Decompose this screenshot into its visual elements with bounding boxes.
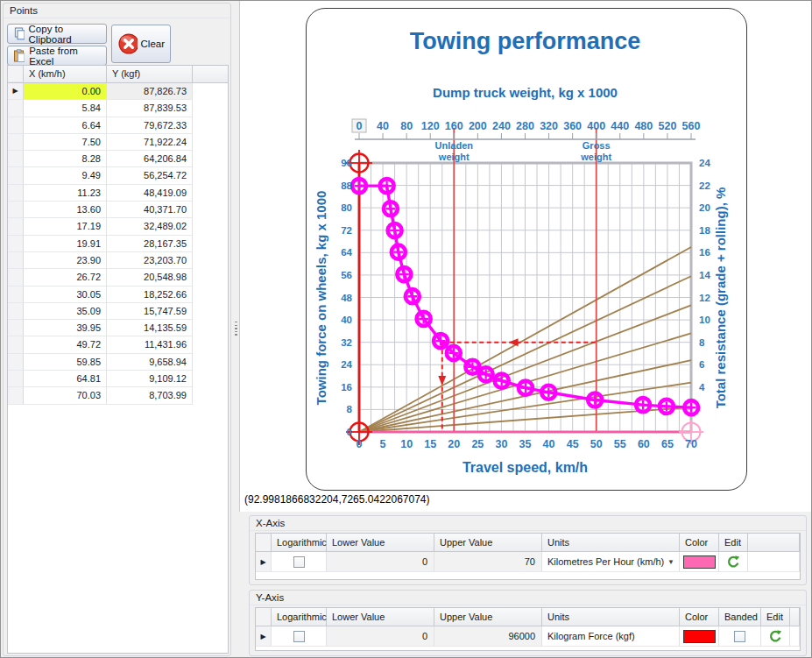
x-value-cell[interactable]: 5.84 [24, 100, 107, 117]
row-selector[interactable] [8, 269, 24, 286]
y-value-cell[interactable]: 87,839.53 [107, 100, 193, 117]
x-value-cell[interactable]: 19.91 [24, 236, 107, 252]
y-column-header[interactable]: Y (kgf) [107, 66, 193, 82]
clear-button[interactable]: Clear [111, 25, 171, 63]
y-logarithmic-checkbox[interactable] [293, 631, 305, 642]
x-value-cell[interactable]: 7.50 [24, 134, 107, 151]
x-value-cell[interactable]: 0.00 [24, 83, 107, 100]
y-value-cell[interactable]: 11,431.96 [107, 336, 193, 353]
table-row[interactable]: 70.038,703.99 [8, 387, 228, 404]
table-row[interactable]: 30.0518,252.66 [8, 287, 228, 303]
x-value-cell[interactable]: 39.95 [24, 320, 107, 336]
y-lower-value[interactable]: 0 [327, 626, 434, 647]
x-edit-button[interactable] [719, 552, 748, 572]
x-value-cell[interactable]: 30.05 [24, 287, 107, 303]
row-selector[interactable] [8, 252, 24, 269]
table-row[interactable]: 49.7211,431.96 [8, 336, 228, 353]
y-value-cell[interactable]: 71,922.24 [107, 134, 193, 151]
x-lower-header[interactable]: Lower Value [327, 534, 434, 551]
table-row[interactable]: 17.1932,489.02 [8, 218, 228, 235]
x-value-cell[interactable]: 64.81 [24, 371, 107, 387]
chart-image[interactable]: UnladenweightGrossweight0408012016020024… [306, 8, 747, 491]
x-units-dropdown[interactable]: Kilometres Per Hour (km/h) ▼ [542, 552, 680, 572]
y-value-cell[interactable]: 56,254.72 [107, 167, 193, 184]
x-upper-header[interactable]: Upper Value [434, 534, 542, 551]
y-value-cell[interactable]: 40,371.70 [107, 202, 193, 218]
row-selector[interactable] [8, 371, 24, 387]
row-selector[interactable] [8, 151, 24, 167]
row-selector[interactable] [8, 218, 24, 235]
table-row[interactable]: 13.6040,371.70 [8, 202, 228, 218]
y-banded-header[interactable]: Banded [719, 608, 761, 626]
y-value-cell[interactable]: 20,548.98 [107, 269, 193, 286]
table-row[interactable]: ▶0.0087,826.73 [8, 83, 228, 100]
table-row[interactable]: 23.9023,203.70 [8, 252, 228, 269]
x-value-cell[interactable]: 8.28 [24, 151, 107, 167]
row-selector[interactable] [8, 117, 24, 134]
row-selector[interactable] [8, 167, 24, 184]
table-row[interactable]: 39.9514,135.59 [8, 320, 228, 336]
table-row[interactable]: 59.859,658.94 [8, 354, 228, 371]
table-row[interactable]: 7.5071,922.24 [8, 134, 228, 151]
y-axis-color-swatch[interactable] [683, 630, 716, 643]
table-row[interactable]: 19.9128,167.35 [8, 236, 228, 252]
row-selector[interactable] [8, 287, 24, 303]
x-value-cell[interactable]: 35.09 [24, 303, 107, 320]
x-axis-color-swatch[interactable] [683, 555, 716, 569]
chart-canvas[interactable]: UnladenweightGrossweight0408012016020024… [307, 9, 745, 489]
table-row[interactable]: 6.6479,672.33 [8, 117, 228, 134]
y-value-cell[interactable]: 8,703.99 [107, 387, 193, 404]
x-edit-header[interactable]: Edit [719, 534, 748, 551]
table-row[interactable]: 8.2864,206.84 [8, 151, 228, 167]
y-upper-value[interactable]: 96000 [434, 626, 542, 647]
row-selector[interactable] [8, 134, 24, 151]
x-value-cell[interactable]: 11.23 [24, 185, 107, 202]
copy-to-clipboard-button[interactable]: Copy to Clipboard [7, 24, 107, 44]
row-selector[interactable] [8, 100, 24, 117]
panel-splitter[interactable] [232, 1, 239, 658]
y-value-cell[interactable]: 9,658.94 [107, 354, 193, 371]
x-upper-value[interactable]: 70 [434, 552, 542, 572]
paste-from-excel-button[interactable]: Paste from Excel [7, 46, 107, 66]
y-value-cell[interactable]: 64,206.84 [107, 151, 193, 167]
x-row-selector[interactable]: ▶ [256, 552, 272, 572]
y-color-header[interactable]: Color [680, 608, 719, 626]
x-value-cell[interactable]: 6.64 [24, 117, 107, 134]
x-value-cell[interactable]: 9.49 [24, 167, 107, 184]
y-value-cell[interactable]: 9,109.12 [107, 371, 193, 387]
table-row[interactable]: 35.0915,747.59 [8, 303, 228, 320]
row-selector[interactable]: ▶ [8, 83, 24, 100]
x-value-cell[interactable]: 70.03 [24, 387, 107, 404]
table-row[interactable]: 26.7220,548.98 [8, 269, 228, 286]
table-row[interactable]: 9.4956,254.72 [8, 167, 228, 184]
x-logarithmic-checkbox[interactable] [293, 556, 305, 568]
row-selector[interactable] [8, 202, 24, 218]
x-color-header[interactable]: Color [680, 534, 719, 551]
y-value-cell[interactable]: 32,489.02 [107, 218, 193, 235]
y-units-cell[interactable]: Kilogram Force (kgf) [542, 626, 680, 647]
y-upper-header[interactable]: Upper Value [434, 608, 542, 626]
y-lower-header[interactable]: Lower Value [327, 608, 434, 626]
table-row[interactable]: 5.8487,839.53 [8, 100, 228, 117]
y-banded-checkbox[interactable] [734, 631, 745, 642]
x-lower-value[interactable]: 0 [327, 552, 434, 572]
y-value-cell[interactable]: 18,252.66 [107, 287, 193, 303]
y-units-header[interactable]: Units [542, 608, 680, 626]
y-logarithmic-header[interactable]: Logarithmic [272, 608, 327, 626]
x-value-cell[interactable]: 13.60 [24, 202, 107, 218]
x-units-header[interactable]: Units [542, 534, 680, 551]
x-column-header[interactable]: X (km/h) [24, 66, 107, 82]
y-value-cell[interactable]: 23,203.70 [107, 252, 193, 269]
x-value-cell[interactable]: 49.72 [24, 336, 107, 353]
row-selector[interactable] [8, 236, 24, 252]
x-value-cell[interactable]: 26.72 [24, 269, 107, 286]
row-selector[interactable] [8, 387, 24, 404]
table-row[interactable]: 11.2348,419.09 [8, 185, 228, 202]
y-edit-button[interactable] [761, 626, 790, 647]
x-value-cell[interactable]: 23.90 [24, 252, 107, 269]
row-selector[interactable] [8, 303, 24, 320]
y-value-cell[interactable]: 79,672.33 [107, 117, 193, 134]
x-value-cell[interactable]: 17.19 [24, 218, 107, 235]
y-value-cell[interactable]: 28,167.35 [107, 236, 193, 252]
y-value-cell[interactable]: 87,826.73 [107, 83, 193, 100]
